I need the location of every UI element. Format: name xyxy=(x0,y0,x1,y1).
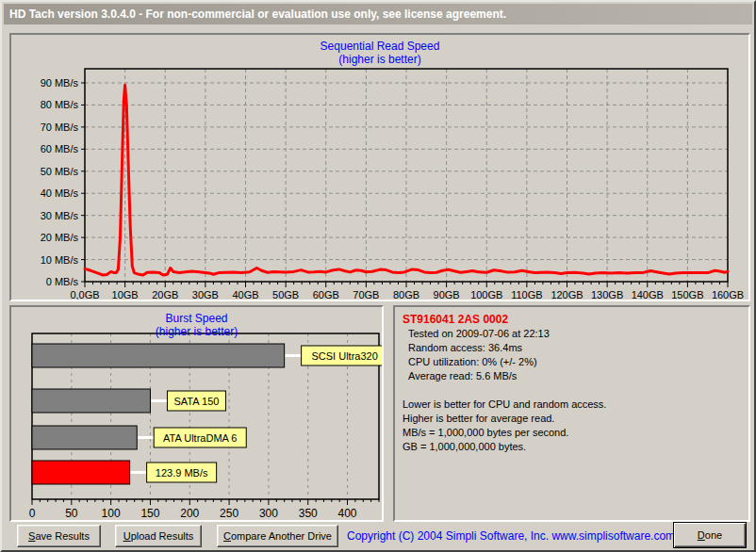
svg-text:40GB: 40GB xyxy=(232,289,258,300)
svg-text:100GB: 100GB xyxy=(470,289,502,300)
burst-chart-title-line1: Burst Speed xyxy=(11,312,382,325)
svg-text:40 MB/s: 40 MB/s xyxy=(41,187,79,199)
svg-text:60GB: 60GB xyxy=(313,289,339,300)
svg-text:300: 300 xyxy=(259,507,278,520)
svg-text:70GB: 70GB xyxy=(353,289,379,300)
note-mbs-definition: MB/s = 1,000,000 bytes per second. xyxy=(403,426,741,440)
svg-text:250: 250 xyxy=(220,507,238,520)
burst-bar-3 xyxy=(32,461,130,484)
svg-text:90 MB/s: 90 MB/s xyxy=(41,77,79,89)
svg-text:SCSI Ultra320: SCSI Ultra320 xyxy=(311,350,377,362)
svg-text:10GB: 10GB xyxy=(112,289,139,300)
title-bar[interactable]: HD Tach version 3.0.4.0 - For non-commer… xyxy=(4,4,752,24)
svg-text:110GB: 110GB xyxy=(511,289,542,300)
svg-text:SATA 150: SATA 150 xyxy=(174,396,220,407)
svg-text:70 MB/s: 70 MB/s xyxy=(41,122,79,133)
tested-on-line: Tested on 2009-07-06 at 22:13 xyxy=(408,327,741,341)
svg-text:0 MB/s: 0 MB/s xyxy=(46,276,79,287)
compare-another-drive-button[interactable]: Compare Another Drive xyxy=(217,525,338,547)
note-gb-definition: GB = 1,000,000,000 bytes. xyxy=(403,440,741,454)
svg-text:160GB: 160GB xyxy=(712,289,744,300)
random-access-line: Random access: 36.4ms xyxy=(408,341,741,355)
sequential-chart-title-line2: (higher is better) xyxy=(11,53,748,66)
average-read-line: Average read: 5.6 MB/s xyxy=(408,369,741,383)
svg-text:20GB: 20GB xyxy=(152,289,178,300)
svg-text:30 MB/s: 30 MB/s xyxy=(41,210,79,221)
svg-text:0: 0 xyxy=(29,507,36,520)
svg-text:200: 200 xyxy=(180,507,199,520)
done-button[interactable]: Done xyxy=(673,522,747,548)
svg-text:80 MB/s: 80 MB/s xyxy=(41,99,79,110)
burst-speed-panel: Burst Speed (higher is better) 050100150… xyxy=(9,305,384,522)
svg-text:150: 150 xyxy=(140,507,159,520)
sequential-chart-title: Sequential Read Speed (higher is better) xyxy=(11,40,748,66)
svg-text:400: 400 xyxy=(338,507,357,520)
svg-text:120GB: 120GB xyxy=(551,289,583,300)
burst-speed-chart: 050100150200250300350400SCSI Ultra320SAT… xyxy=(11,307,382,520)
svg-text:123.9 MB/s: 123.9 MB/s xyxy=(156,467,208,479)
window-title: HD Tach version 3.0.4.0 - For non-commer… xyxy=(9,8,506,21)
copyright-text: Copyright (C) 2004 Simpli Software, Inc.… xyxy=(347,529,664,543)
sequential-read-line xyxy=(85,85,728,275)
burst-bar-2 xyxy=(32,426,137,449)
svg-text:20 MB/s: 20 MB/s xyxy=(41,232,79,243)
sequential-chart-title-line1: Sequential Read Speed xyxy=(11,40,748,53)
app-window: HD Tach version 3.0.4.0 - For non-commer… xyxy=(0,0,756,552)
drive-name: ST916041 2AS 0002 xyxy=(403,313,741,327)
svg-text:150GB: 150GB xyxy=(671,289,703,300)
svg-text:50GB: 50GB xyxy=(272,289,299,300)
note-lower-is-better: Lower is better for CPU and random acces… xyxy=(403,398,741,412)
svg-text:90GB: 90GB xyxy=(434,289,460,300)
sequential-read-chart: 0 MB/s10 MB/s20 MB/s30 MB/s40 MB/s50 MB/… xyxy=(11,35,748,300)
svg-text:30GB: 30GB xyxy=(192,289,219,300)
svg-text:50: 50 xyxy=(65,507,78,520)
svg-text:130GB: 130GB xyxy=(591,289,623,300)
save-results-button[interactable]: Save Results xyxy=(17,525,101,547)
burst-bar-0 xyxy=(32,344,285,367)
sequential-read-panel: Sequential Read Speed (higher is better)… xyxy=(9,33,750,301)
svg-text:0,0GB: 0,0GB xyxy=(70,289,99,300)
svg-text:350: 350 xyxy=(299,507,318,520)
svg-text:80GB: 80GB xyxy=(393,289,419,300)
svg-text:10 MB/s: 10 MB/s xyxy=(41,254,79,266)
svg-text:140GB: 140GB xyxy=(632,289,664,300)
drive-info-panel: ST916041 2AS 0002 Tested on 2009-07-06 a… xyxy=(393,305,750,522)
info-spacer xyxy=(403,383,741,398)
upload-results-button[interactable]: Upload Results xyxy=(115,525,202,547)
burst-chart-title-line2: (higher is better) xyxy=(11,325,382,338)
note-higher-is-better: Higher is better for average read. xyxy=(403,412,741,426)
svg-text:ATA UltraDMA 6: ATA UltraDMA 6 xyxy=(163,432,237,444)
burst-chart-title: Burst Speed (higher is better) xyxy=(11,312,382,338)
cpu-utilization-line: CPU utilization: 0% (+/- 2%) xyxy=(408,355,741,369)
svg-text:60 MB/s: 60 MB/s xyxy=(41,143,79,154)
svg-text:100: 100 xyxy=(102,507,121,520)
svg-text:50 MB/s: 50 MB/s xyxy=(41,166,79,177)
burst-bar-1 xyxy=(32,389,150,413)
